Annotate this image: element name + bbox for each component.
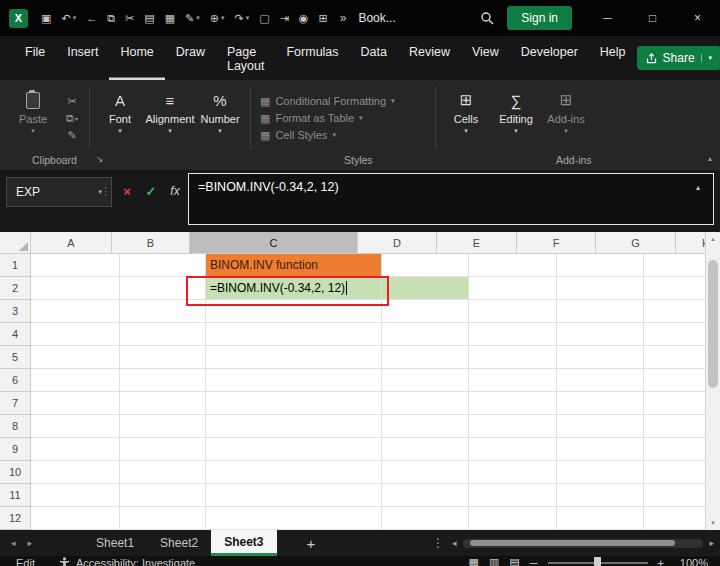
collapse-formula-bar-icon[interactable]: ▴ [696, 183, 700, 192]
paste-button[interactable]: Paste ▾ [8, 83, 58, 153]
cell-E8[interactable] [469, 415, 557, 438]
cell-A9[interactable] [31, 438, 120, 461]
cell-B6[interactable] [120, 369, 206, 392]
cell-A8[interactable] [31, 415, 120, 438]
sheet-tab-sheet2[interactable]: Sheet2 [147, 530, 211, 556]
sheet-options-icon[interactable]: ⋮ [432, 530, 444, 556]
enter-entry-button[interactable]: ✓ [140, 177, 162, 205]
sphere-icon[interactable]: ⊕▾ [205, 12, 230, 25]
minimize-button[interactable]: ─ [585, 0, 630, 36]
zoom-level[interactable]: 100% [674, 557, 708, 566]
cell-F5[interactable] [557, 346, 644, 369]
ribbon-item-conditional-formatting[interactable]: ▦Conditional Formatting▾ [260, 95, 430, 108]
cell-G1[interactable] [644, 254, 705, 277]
row-header-11[interactable]: 11 [0, 484, 31, 507]
sheet-tab-sheet3[interactable]: Sheet3 [211, 530, 276, 556]
cell-D10[interactable] [382, 461, 469, 484]
cell-E6[interactable] [469, 369, 557, 392]
cell-D8[interactable] [382, 415, 469, 438]
ribbon-item-format-as-table[interactable]: ▦Format as Table▾ [260, 112, 430, 125]
maximize-button[interactable]: □ [630, 0, 675, 36]
cell-B3[interactable] [120, 300, 206, 323]
toolbar-overflow-icon[interactable]: » [333, 11, 354, 25]
cell-C11[interactable] [206, 484, 382, 507]
cell-F2[interactable] [557, 277, 644, 300]
next-sheet-icon[interactable]: ▸ [28, 538, 33, 548]
cell-D9[interactable] [382, 438, 469, 461]
row-header-1[interactable]: 1 [0, 254, 31, 277]
insert-function-button[interactable]: fx [164, 177, 186, 205]
cell-B11[interactable] [120, 484, 206, 507]
ribbon-button-editing[interactable]: ∑Editing▾ [491, 83, 541, 153]
pen-icon[interactable]: ✎▾ [180, 12, 205, 25]
cell-A11[interactable] [31, 484, 120, 507]
document-title[interactable]: Book... [358, 11, 395, 25]
cell-C12[interactable] [206, 507, 382, 530]
cell-F4[interactable] [557, 323, 644, 346]
format-painter-icon[interactable]: ✎ [60, 129, 84, 142]
collapse-ribbon-icon[interactable]: ▴ [708, 154, 712, 163]
cell-B9[interactable] [120, 438, 206, 461]
cell-G4[interactable] [644, 323, 705, 346]
window-icon[interactable]: ⊞ [313, 12, 332, 25]
back-icon[interactable]: ← [81, 12, 102, 24]
ribbon-button-font[interactable]: AFont▾ [95, 83, 145, 153]
menu-tab-developer[interactable]: Developer [510, 36, 589, 80]
cell-E5[interactable] [469, 346, 557, 369]
scroll-right-icon[interactable]: ▸ [709, 538, 714, 548]
cell-C9[interactable] [206, 438, 382, 461]
ribbon-item-cell-styles[interactable]: ▦Cell Styles▾ [260, 129, 430, 142]
cell-A6[interactable] [31, 369, 120, 392]
cell-C4[interactable] [206, 323, 382, 346]
ribbon-button-cells[interactable]: ⊞Cells▾ [441, 83, 491, 153]
cell-A3[interactable] [31, 300, 120, 323]
previous-sheet-icon[interactable]: ◂ [11, 538, 16, 548]
formula-bar-resize-handle[interactable]: ⋮ [100, 177, 111, 205]
new-sheet-button[interactable]: + [291, 530, 332, 556]
cell-D6[interactable] [382, 369, 469, 392]
ribbon-button-add-ins[interactable]: ⊞Add-ins▾ [541, 83, 591, 153]
cell-F8[interactable] [557, 415, 644, 438]
menu-tab-insert[interactable]: Insert [56, 36, 109, 80]
dialog-launcher-icon[interactable]: ↘ [96, 154, 104, 164]
cut-icon[interactable]: ✂ [120, 12, 139, 25]
ribbon-button-number[interactable]: %Number▾ [195, 83, 245, 153]
menu-tab-page-layout[interactable]: Page Layout [216, 36, 276, 80]
cell-F12[interactable] [557, 507, 644, 530]
sign-in-button[interactable]: Sign in [507, 6, 572, 30]
cell-E12[interactable] [469, 507, 557, 530]
cell-G8[interactable] [644, 415, 705, 438]
cancel-entry-button[interactable]: × [116, 177, 138, 205]
row-header-9[interactable]: 9 [0, 438, 31, 461]
share-caret-icon[interactable]: ▾ [701, 54, 713, 62]
cell-G2[interactable] [644, 277, 705, 300]
normal-view-icon[interactable]: ▦ [469, 556, 479, 566]
row-header-6[interactable]: 6 [0, 369, 31, 392]
menu-tab-file[interactable]: File [14, 36, 56, 80]
cell-A12[interactable] [31, 507, 120, 530]
cell-E10[interactable] [469, 461, 557, 484]
menu-tab-view[interactable]: View [461, 36, 510, 80]
cell-B10[interactable] [120, 461, 206, 484]
cell-C6[interactable] [206, 369, 382, 392]
horizontal-scrollbar[interactable]: ◂ ▸ [452, 530, 714, 556]
cell-E9[interactable] [469, 438, 557, 461]
column-header-H[interactable]: H [676, 232, 705, 254]
menu-tab-formulas[interactable]: Formulas [275, 36, 349, 80]
cell-E3[interactable] [469, 300, 557, 323]
cell-G9[interactable] [644, 438, 705, 461]
row-header-10[interactable]: 10 [0, 461, 31, 484]
row-header-12[interactable]: 12 [0, 507, 31, 530]
menu-tab-draw[interactable]: Draw [165, 36, 216, 80]
cell-F9[interactable] [557, 438, 644, 461]
row-header-2[interactable]: 2 [0, 277, 31, 300]
format-painter-icon[interactable]: ▤ [139, 12, 159, 25]
row-header-5[interactable]: 5 [0, 346, 31, 369]
cell-F10[interactable] [557, 461, 644, 484]
cell-D12[interactable] [382, 507, 469, 530]
undo-icon[interactable]: ↶▾ [56, 12, 81, 25]
camera-icon[interactable]: ◉ [294, 12, 314, 25]
cell-F6[interactable] [557, 369, 644, 392]
cell-G6[interactable] [644, 369, 705, 392]
zoom-out-button[interactable]: ─ [530, 557, 538, 566]
